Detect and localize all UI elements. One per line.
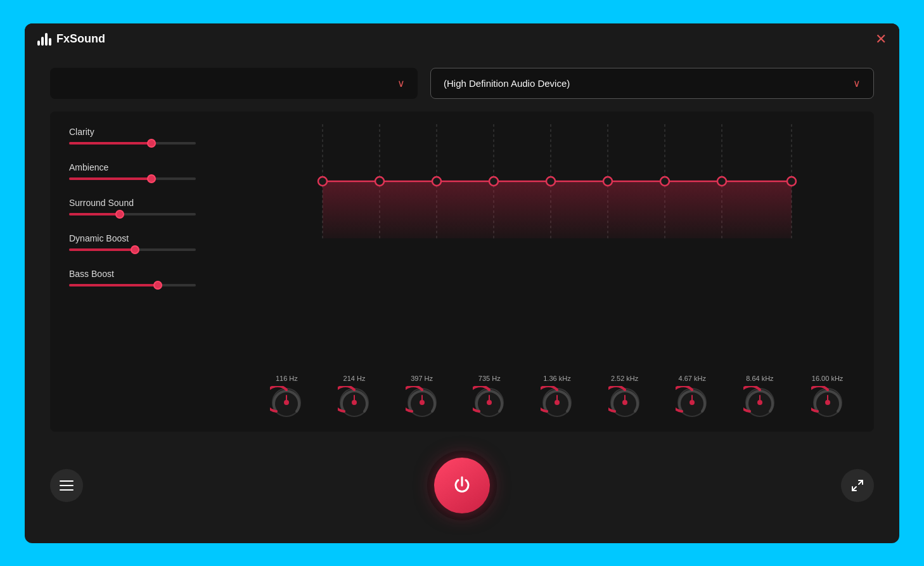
eq-knob-2[interactable] (406, 386, 439, 419)
eq-freq-label-3: 735 Hz (478, 375, 501, 382)
slider-thumb-ambience[interactable] (147, 174, 156, 183)
eq-band-5: 2.52 kHz (608, 375, 641, 419)
eq-freq-label-6: 4.67 kHz (679, 375, 706, 382)
eq-knob-svg-0 (270, 386, 303, 419)
svg-point-17 (787, 177, 796, 186)
menu-button[interactable] (50, 469, 83, 502)
eq-band-6: 4.67 kHz (676, 375, 709, 419)
eq-freq-label-5: 2.52 kHz (611, 375, 638, 382)
eq-band-1: 214 Hz (338, 375, 371, 419)
svg-point-9 (318, 177, 327, 186)
logo-bar-4 (49, 38, 51, 46)
power-button-outer (427, 451, 497, 520)
svg-point-43 (825, 400, 830, 405)
expand-button[interactable] (841, 469, 874, 502)
slider-thumb-dynamic[interactable] (131, 245, 139, 254)
main-content: ∨ (High Definition Audio Device) ∨ Clari… (25, 55, 899, 543)
controls-area: Clarity Ambience Surround Sound Dynamic … (50, 112, 874, 432)
slider-thumb-surround[interactable] (115, 210, 124, 219)
eq-knob-svg-4 (541, 386, 574, 419)
slider-row-ambience: Ambience (69, 162, 221, 180)
device-label: (High Definition Audio Device) (444, 78, 570, 89)
svg-point-12 (489, 177, 498, 186)
eq-knob-svg-8 (811, 386, 844, 419)
slider-thumb-clarity[interactable] (147, 139, 156, 148)
svg-point-40 (757, 400, 762, 405)
eq-band-4: 1.36 kHz (541, 375, 574, 419)
slider-row-surround: Surround Sound (69, 198, 221, 215)
power-icon (452, 475, 472, 496)
eq-knob-6[interactable] (676, 386, 709, 419)
eq-band-0: 116 Hz (270, 375, 303, 419)
eq-panel: 116 Hz 214 Hz (240, 112, 874, 432)
eq-band-2: 397 Hz (406, 375, 439, 419)
slider-thumb-bass[interactable] (153, 281, 162, 290)
eq-knob-4[interactable] (541, 386, 574, 419)
sliders-panel: Clarity Ambience Surround Sound Dynamic … (50, 112, 240, 432)
slider-fill-surround (69, 213, 120, 215)
preset-dropdown[interactable]: ∨ (50, 68, 418, 99)
eq-knob-svg-1 (338, 386, 371, 419)
eq-knob-8[interactable] (811, 386, 844, 419)
eq-knob-3[interactable] (473, 386, 506, 419)
eq-line-svg (253, 124, 861, 251)
slider-label-ambience: Ambience (69, 162, 221, 172)
eq-freq-label-8: 16.00 kHz (812, 375, 844, 382)
svg-point-13 (546, 177, 555, 186)
device-dropdown[interactable]: (High Definition Audio Device) ∨ (430, 68, 874, 99)
logo-bar-1 (37, 41, 40, 46)
svg-point-34 (622, 400, 627, 405)
eq-graph (253, 124, 861, 363)
slider-track-bass[interactable] (69, 284, 196, 286)
logo-icon (37, 33, 51, 46)
eq-knob-1[interactable] (338, 386, 371, 419)
svg-point-16 (717, 177, 726, 186)
title-bar: FxSound ✕ (25, 23, 899, 55)
slider-label-surround: Surround Sound (69, 198, 221, 208)
eq-freq-label-1: 214 Hz (343, 375, 366, 382)
svg-point-22 (352, 400, 357, 405)
app-title: FxSound (56, 32, 105, 46)
slider-track-clarity[interactable] (69, 142, 196, 145)
svg-point-25 (420, 400, 425, 405)
logo: FxSound (37, 32, 105, 46)
eq-knob-0[interactable] (270, 386, 303, 419)
slider-track-surround[interactable] (69, 213, 196, 215)
svg-point-37 (690, 400, 695, 405)
slider-label-clarity: Clarity (69, 127, 221, 137)
preset-chevron: ∨ (397, 77, 405, 89)
app-window: FxSound ✕ ∨ (High Definition Audio Devic… (25, 23, 899, 543)
eq-band-7: 8.64 kHz (743, 375, 776, 419)
svg-point-14 (603, 177, 612, 186)
device-chevron: ∨ (853, 77, 861, 89)
menu-line-3 (60, 489, 74, 491)
slider-fill-clarity (69, 142, 151, 145)
slider-fill-dynamic (69, 248, 135, 251)
svg-point-28 (487, 400, 492, 405)
eq-knob-7[interactable] (743, 386, 776, 419)
slider-row-clarity: Clarity (69, 127, 221, 145)
logo-bar-3 (45, 33, 48, 46)
slider-track-dynamic[interactable] (69, 248, 196, 251)
power-button[interactable] (434, 458, 490, 513)
eq-band-8: 16.00 kHz (811, 375, 844, 419)
slider-label-dynamic: Dynamic Boost (69, 233, 221, 243)
eq-freq-label-2: 397 Hz (411, 375, 433, 382)
slider-label-bass: Bass Boost (69, 269, 221, 279)
slider-fill-ambience (69, 177, 151, 180)
eq-freq-label-7: 8.64 kHz (746, 375, 773, 382)
svg-point-10 (375, 177, 384, 186)
bottom-row (50, 444, 874, 531)
logo-bar-2 (41, 37, 44, 46)
close-button[interactable]: ✕ (875, 32, 887, 46)
eq-knob-5[interactable] (608, 386, 641, 419)
slider-track-ambience[interactable] (69, 177, 196, 180)
svg-point-31 (555, 400, 560, 405)
slider-row-dynamic: Dynamic Boost (69, 233, 221, 251)
eq-knob-svg-3 (473, 386, 506, 419)
slider-fill-bass (69, 284, 158, 286)
svg-point-11 (432, 177, 441, 186)
expand-icon (850, 479, 864, 492)
eq-knob-svg-6 (676, 386, 709, 419)
svg-point-15 (660, 177, 669, 186)
